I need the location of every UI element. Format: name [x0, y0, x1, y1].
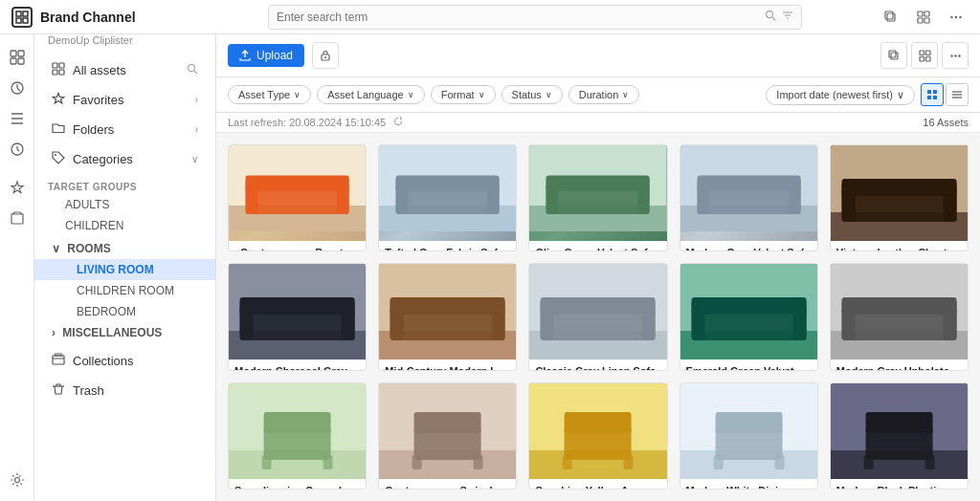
icon-sidebar — [0, 34, 34, 501]
asset-thumbnail — [229, 383, 366, 479]
sidebar-item-favorites[interactable]: Favorites › — [38, 86, 212, 114]
svg-rect-117 — [264, 412, 331, 433]
asset-language-filter[interactable]: Asset Language ∨ — [317, 85, 425, 104]
logo-icon — [11, 7, 33, 28]
svg-rect-3 — [23, 18, 28, 23]
sidebar-item-folders[interactable]: Folders › — [38, 116, 212, 143]
duration-filter[interactable]: Duration ∨ — [568, 85, 640, 104]
sidebar-bedroom[interactable]: BEDROOM — [34, 301, 215, 322]
sidebar-living-room[interactable]: LIVING ROOM — [34, 259, 215, 280]
sidebar-item-categories[interactable]: Categories ∨ — [38, 145, 212, 173]
asset-thumbnail — [529, 383, 666, 479]
list-view-btn[interactable] — [946, 83, 969, 106]
tag-icon — [52, 151, 65, 167]
status-filter[interactable]: Status ∨ — [501, 85, 563, 104]
copy-icon-btn[interactable] — [879, 5, 903, 30]
asset-card[interactable]: Contemporary Swivel Lounge Chair ## This… — [378, 382, 517, 490]
asset-info: Modern Black Plastic Chair ## This moder… — [831, 479, 968, 490]
svg-rect-11 — [918, 11, 923, 16]
format-filter[interactable]: Format ∨ — [431, 85, 496, 104]
svg-point-16 — [955, 15, 957, 17]
asset-thumbnail — [529, 264, 666, 359]
all-assets-search-icon[interactable] — [187, 63, 198, 77]
svg-rect-143 — [924, 455, 934, 469]
asset-card[interactable]: Vintage Leather Chesterfield Sofa ## Thi… — [830, 144, 969, 251]
svg-rect-130 — [563, 455, 572, 469]
asset-card[interactable]: Emerald Green Velvet Sofa ## This elegan… — [679, 263, 818, 370]
sidebar-icon-4[interactable] — [4, 136, 31, 163]
asset-type-filter[interactable]: Asset Type ∨ — [228, 85, 311, 104]
sidebar-icon-1[interactable] — [4, 44, 31, 71]
categories-label: Categories — [73, 152, 133, 166]
search-bar[interactable] — [268, 5, 802, 30]
svg-line-32 — [194, 71, 197, 74]
sidebar-icon-3[interactable] — [4, 105, 31, 132]
svg-rect-87 — [240, 297, 355, 315]
duration-chevron: ∨ — [622, 90, 629, 99]
filter-bar: Asset Type ∨ Asset Language ∨ Format ∨ S… — [216, 77, 980, 113]
sidebar-children-room[interactable]: CHILDREN ROOM — [34, 280, 215, 301]
search-input[interactable] — [277, 11, 765, 24]
asset-card[interactable]: Modern Charcoal Gray Sectional S... ## T… — [228, 263, 367, 370]
svg-rect-141 — [865, 412, 932, 433]
svg-rect-63 — [396, 176, 500, 191]
toolbar-copy-btn[interactable] — [880, 42, 907, 69]
asset-info: Contemporary Swivel Lounge Chair ## This… — [379, 479, 516, 490]
sidebar-icon-settings[interactable] — [4, 467, 31, 493]
svg-rect-28 — [59, 63, 64, 68]
asset-card[interactable]: Modern Black Plastic Chair ## This moder… — [830, 382, 969, 490]
trash-label: Trash — [73, 383, 104, 398]
svg-rect-82 — [841, 182, 855, 222]
asset-name: Vintage Leather Chesterfield Sofa — [836, 247, 962, 251]
asset-card[interactable]: Classic Gray Linen Sofa ## This classic … — [528, 263, 667, 370]
living-room-label: LIVING ROOM — [77, 263, 154, 276]
sidebar-icon-2[interactable] — [4, 75, 31, 101]
sidebar-item-all-assets[interactable]: All assets — [38, 56, 212, 84]
svg-rect-135 — [715, 412, 782, 433]
topbar-actions — [879, 5, 969, 30]
asset-card[interactable]: Tufted Gray Fabric Sofaa ## This tufted … — [378, 144, 517, 251]
asset-thumbnail — [379, 145, 516, 241]
svg-rect-14 — [924, 18, 929, 23]
lock-button[interactable] — [312, 42, 339, 69]
sort-dropdown[interactable]: Import date (newest first) ∨ — [766, 85, 915, 105]
sidebar-rooms-toggle[interactable]: ∨ ROOMS — [34, 236, 215, 259]
assets-count: 16 Assets — [923, 117, 969, 128]
more-icon-btn[interactable] — [944, 5, 969, 30]
asset-info: Modern Gray Velvet Sofa ## This modern g… — [680, 241, 817, 251]
toolbar-more-btn[interactable] — [942, 42, 969, 69]
svg-rect-136 — [713, 455, 723, 469]
asset-card[interactable]: Modern Gray Velvet Sofa ## This modern g… — [679, 144, 818, 251]
sidebar-item-collections[interactable]: Collections — [38, 347, 212, 375]
upload-button[interactable]: Upload — [228, 44, 304, 67]
sidebar-item-trash[interactable]: Trash — [38, 377, 212, 404]
assets-grid: aContemporary Burnt Orange Sofa ## This … — [216, 133, 980, 501]
asset-card[interactable]: Modern Gray Upholstered Dining ... ## Th… — [830, 263, 969, 370]
svg-rect-88 — [240, 300, 254, 340]
sidebar-misc[interactable]: › MISCELLANEOUS — [34, 322, 215, 343]
svg-rect-57 — [246, 176, 349, 191]
sidebar-icon-5[interactable] — [4, 174, 31, 201]
svg-rect-70 — [546, 178, 559, 214]
sidebar-children[interactable]: CHILDREN — [34, 215, 215, 236]
svg-point-44 — [950, 54, 952, 56]
svg-rect-1 — [23, 11, 28, 16]
grid-icon-btn[interactable] — [911, 5, 936, 30]
svg-rect-50 — [933, 96, 937, 99]
toolbar-grid-btn[interactable] — [911, 42, 938, 69]
asset-card[interactable]: Mid-Century Modern Leather Sofa ## This … — [378, 263, 517, 370]
grid-small-icon — [52, 62, 65, 78]
sidebar-adults[interactable]: ADULTS — [34, 194, 215, 215]
svg-rect-34 — [53, 356, 64, 364]
asset-name: Contemporary Swivel Lounge Chair — [385, 485, 510, 490]
asset-thumbnail — [379, 383, 516, 479]
asset-card[interactable]: Sunshine Yellow Accent Chair ## This vib… — [528, 382, 667, 490]
svg-rect-77 — [789, 178, 801, 214]
svg-rect-39 — [889, 51, 896, 57]
grid-view-btn[interactable] — [921, 83, 944, 106]
sidebar-icon-6[interactable] — [4, 205, 31, 231]
asset-card[interactable]: Scandinavian Curved Lounge Chair ## This… — [228, 382, 367, 490]
asset-card[interactable]: Modern White Dining Chair ## This modern… — [679, 382, 818, 490]
asset-card[interactable]: aContemporary Burnt Orange Sofa ## This … — [228, 144, 367, 251]
asset-card[interactable]: Olive Green Velvet Sofa ## This olive gr… — [528, 144, 667, 251]
